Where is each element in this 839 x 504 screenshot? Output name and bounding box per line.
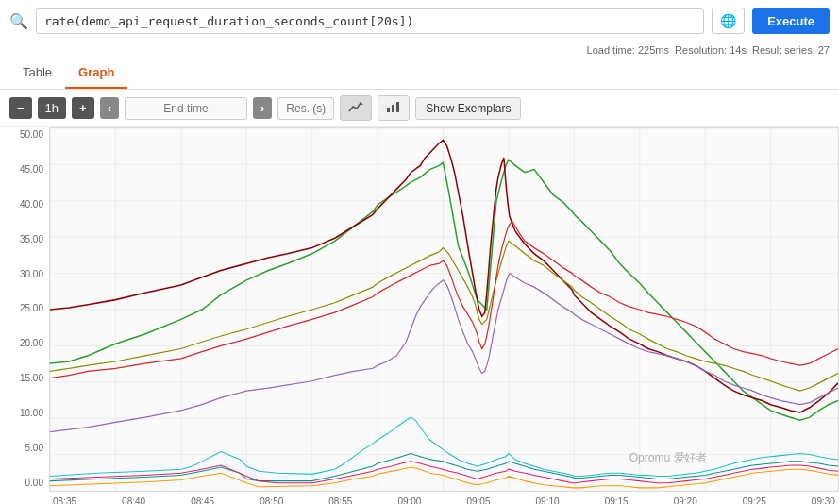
series-red xyxy=(50,222,838,378)
result-series: Result series: 27 xyxy=(752,44,830,56)
x-label: 09:20 xyxy=(674,496,697,504)
x-label: 09:15 xyxy=(605,496,629,504)
stacked-chart-icon xyxy=(386,100,401,113)
y-label: 35.00 xyxy=(20,234,43,244)
load-time: Load time: 225ms xyxy=(587,44,669,56)
svg-rect-1 xyxy=(392,105,394,112)
series-olive xyxy=(50,241,838,391)
x-label: 09:05 xyxy=(466,496,490,504)
chart-container: 50.00 45.00 40.00 35.00 30.00 25.00 20.0… xyxy=(0,127,839,504)
zoom-in-button[interactable]: + xyxy=(72,97,94,119)
y-label: 40.00 xyxy=(20,199,43,210)
x-label: 08:45 xyxy=(191,496,214,504)
x-axis: 08:35 08:40 08:45 08:50 08:55 09:00 09:0… xyxy=(49,495,839,504)
res-input[interactable] xyxy=(277,97,334,120)
y-label: 50.00 xyxy=(20,129,43,140)
resolution: Resolution: 14s xyxy=(675,44,747,56)
zoom-out-button[interactable]: − xyxy=(9,97,32,119)
x-label: 09:25 xyxy=(743,496,766,504)
svg-rect-0 xyxy=(387,108,390,112)
x-label: 09:10 xyxy=(536,496,560,504)
meta-bar: Load time: 225ms Resolution: 14s Result … xyxy=(0,42,839,58)
x-label: 08:40 xyxy=(122,496,145,504)
series-darkred xyxy=(50,140,838,412)
y-axis: 50.00 45.00 40.00 35.00 30.00 25.00 20.0… xyxy=(0,127,47,490)
y-label: 30.00 xyxy=(20,269,43,279)
y-label: 10.00 xyxy=(20,408,43,418)
globe-button[interactable]: 🌐 xyxy=(712,8,745,34)
x-label: 08:55 xyxy=(328,496,352,504)
next-time-button[interactable]: › xyxy=(253,97,272,119)
execute-button[interactable]: Execute xyxy=(752,8,830,34)
end-time-input[interactable] xyxy=(125,97,247,120)
x-label: 09:30 xyxy=(812,496,835,504)
tab-graph[interactable]: Graph xyxy=(65,58,127,89)
x-label: 09:00 xyxy=(397,496,421,504)
top-bar: 🔍 🌐 Execute xyxy=(0,0,839,42)
y-label: 45.00 xyxy=(20,164,43,175)
stacked-chart-button[interactable] xyxy=(378,95,410,121)
y-label: 25.00 xyxy=(20,303,43,313)
query-input[interactable] xyxy=(36,8,704,34)
series-purple xyxy=(50,274,838,432)
series-lightgreen-bottom xyxy=(50,417,838,476)
chart-svg: Opromu 爱好者 xyxy=(50,128,838,491)
y-label: 5.00 xyxy=(25,443,43,453)
y-label: 20.00 xyxy=(20,338,43,348)
svg-rect-2 xyxy=(396,102,399,112)
duration-label: 1h xyxy=(38,97,66,119)
chart-inner: Opromu 爱好者 xyxy=(49,127,839,492)
tab-table[interactable]: Table xyxy=(9,58,65,89)
show-exemplars-button[interactable]: Show Exemplars xyxy=(415,97,521,120)
line-chart-button[interactable] xyxy=(340,95,372,121)
x-label: 08:50 xyxy=(260,496,283,504)
watermark: Opromu 爱好者 xyxy=(629,451,707,464)
tabs-bar: Table Graph xyxy=(0,58,839,90)
x-label: 08:35 xyxy=(53,496,76,504)
y-label: 0.00 xyxy=(25,478,43,488)
line-chart-icon xyxy=(348,100,363,113)
search-icon: 🔍 xyxy=(9,12,28,30)
prev-time-button[interactable]: ‹ xyxy=(100,97,119,119)
y-label: 15.00 xyxy=(20,373,43,383)
controls-bar: − 1h + ‹ › Show Exemplars xyxy=(0,90,839,127)
